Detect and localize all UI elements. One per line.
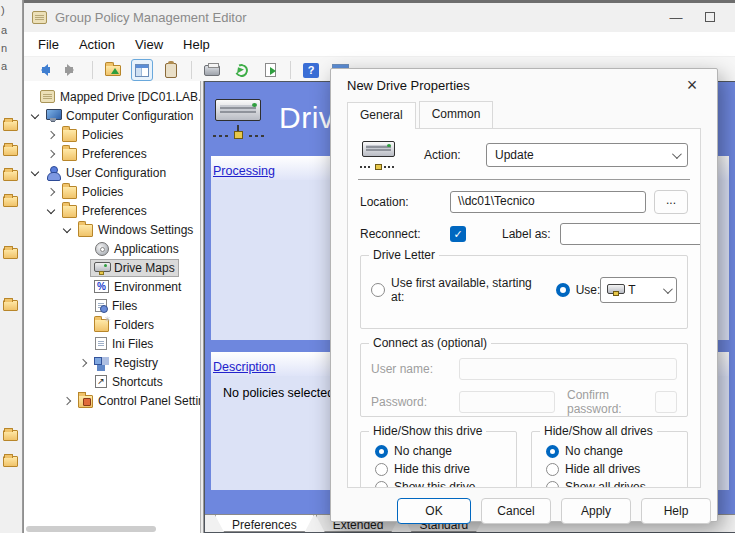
chevron-right-icon[interactable] [44, 150, 58, 157]
chevron-right-icon[interactable] [44, 188, 58, 195]
tree-item-windows-settings[interactable]: Windows Settings [24, 220, 200, 239]
menu-help[interactable]: Help [173, 34, 220, 55]
tree-item-environment[interactable]: %Environment [24, 277, 200, 296]
chevron-down-icon[interactable] [28, 171, 42, 175]
folders-icon [94, 319, 109, 332]
help-button[interactable]: Help [641, 498, 711, 524]
tree-item-control-panel-settings[interactable]: Control Panel Setting [24, 391, 200, 410]
location-input[interactable]: \\dc01\Tecnico [450, 191, 646, 213]
shortcuts-icon: ↗ [95, 375, 107, 388]
folder-icon [3, 120, 18, 131]
hide-show-all-drives-label: Hide/Show all drives [540, 424, 657, 438]
print-icon [204, 65, 220, 76]
drive-icon [607, 284, 624, 296]
location-label: Location: [360, 195, 450, 209]
folder-icon [3, 300, 18, 311]
cancel-button[interactable]: Cancel [481, 498, 551, 524]
chevron-down-icon[interactable] [28, 114, 42, 118]
tree-item-user-configuration[interactable]: User Configuration [24, 163, 200, 182]
folder-icon [3, 196, 18, 207]
maximize-button[interactable] [693, 10, 727, 25]
tree-item-shortcuts[interactable]: ↗Shortcuts [24, 372, 200, 391]
drive-maps-header-icon [213, 95, 265, 141]
password-input[interactable] [459, 391, 555, 413]
forward-icon [64, 64, 80, 76]
control-panel-folder-icon [78, 395, 93, 408]
user-name-label: User name: [371, 362, 459, 376]
horizontal-scrollbar[interactable] [26, 526, 156, 532]
separator [358, 179, 690, 180]
menu-view[interactable]: View [125, 34, 173, 55]
apply-button[interactable]: Apply [561, 498, 631, 524]
menu-file[interactable]: File [28, 34, 69, 55]
chevron-down-icon[interactable] [44, 209, 58, 213]
label-as-input[interactable] [560, 223, 701, 245]
drive-letter-group: Drive Letter Use first available, starti… [360, 255, 688, 329]
refresh-button[interactable] [230, 59, 252, 81]
use-radio[interactable] [556, 283, 570, 297]
tree-item-folders[interactable]: Folders [24, 315, 200, 334]
folder-icon [62, 148, 77, 161]
properties-button[interactable] [160, 59, 182, 81]
label-as-label: Label as: [502, 227, 560, 241]
show-all-drives-radio[interactable] [546, 481, 559, 489]
drive-letter-select[interactable]: T [600, 277, 677, 303]
connect-as-group: Connect as (optional) User name: Passwor… [360, 343, 688, 417]
tree-item-drive-maps[interactable]: Drive Maps [24, 258, 200, 277]
tree-item-applications[interactable]: Applications [24, 239, 200, 258]
up-one-level-icon [105, 65, 121, 76]
files-icon [95, 299, 107, 312]
back-button[interactable] [32, 59, 54, 81]
tree-item-files[interactable]: Files [24, 296, 200, 315]
action-select[interactable]: Update [486, 143, 688, 167]
tree-item-preferences-computer[interactable]: Preferences [24, 144, 200, 163]
reconnect-checkbox[interactable] [450, 226, 466, 242]
forward-button[interactable] [61, 59, 83, 81]
tree-item-policies-user[interactable]: Policies [24, 182, 200, 201]
tab-common[interactable]: Common [419, 101, 494, 128]
menu-bar: File Action View Help [24, 32, 735, 57]
browse-button[interactable]: ... [654, 190, 688, 214]
tree-item-root[interactable]: Mapped Drive [DC01.LAB.LOCA [24, 87, 200, 106]
folder-icon [78, 224, 93, 237]
print-button[interactable] [201, 59, 223, 81]
chevron-right-icon[interactable] [60, 397, 74, 404]
export-list-button[interactable] [259, 59, 281, 81]
general-tab-panel: Action: Update Location: \\dc01\Tecnico … [347, 128, 701, 488]
computer-icon [46, 109, 61, 122]
tree-item-preferences-user[interactable]: Preferences [24, 201, 200, 220]
tree-item-policies-computer[interactable]: Policies [24, 125, 200, 144]
confirm-password-input[interactable] [655, 391, 677, 413]
description-link[interactable]: Description [213, 360, 276, 374]
use-first-available-radio[interactable] [371, 283, 385, 297]
this-no-change-radio[interactable] [375, 445, 388, 458]
all-no-change-radio[interactable] [546, 445, 559, 458]
show-this-drive-radio[interactable] [375, 481, 388, 489]
up-one-level-button[interactable] [102, 59, 124, 81]
tree-item-ini-files[interactable]: Ini Files [24, 334, 200, 353]
action-label: Action: [424, 148, 486, 162]
folder-icon [3, 145, 18, 156]
tree-item-computer-configuration[interactable]: Computer Configuration [24, 106, 200, 125]
processing-link[interactable]: Processing [213, 164, 275, 178]
tab-general[interactable]: General [347, 102, 416, 129]
user-icon [46, 166, 61, 179]
menu-action[interactable]: Action [69, 34, 125, 55]
chevron-down-icon[interactable] [60, 228, 74, 232]
user-name-input[interactable] [459, 358, 677, 380]
chevron-right-icon[interactable] [76, 359, 90, 366]
dialog-tabs: General Common [331, 101, 717, 128]
minimize-button[interactable]: — [659, 10, 693, 25]
help-button[interactable]: ? [300, 59, 322, 81]
folder-icon [3, 430, 18, 441]
ok-button[interactable]: OK [397, 498, 471, 524]
chevron-right-icon[interactable] [44, 131, 58, 138]
hide-all-drives-radio[interactable] [546, 463, 559, 476]
console-tree-toggle-button[interactable] [131, 59, 153, 81]
console-tree-toggle-icon [135, 64, 149, 77]
hide-this-drive-radio[interactable] [375, 463, 388, 476]
export-list-icon [265, 63, 276, 77]
tree-item-registry[interactable]: Registry [24, 353, 200, 372]
close-icon[interactable]: × [681, 75, 703, 95]
tab-preferences[interactable]: Preferences [215, 515, 314, 532]
